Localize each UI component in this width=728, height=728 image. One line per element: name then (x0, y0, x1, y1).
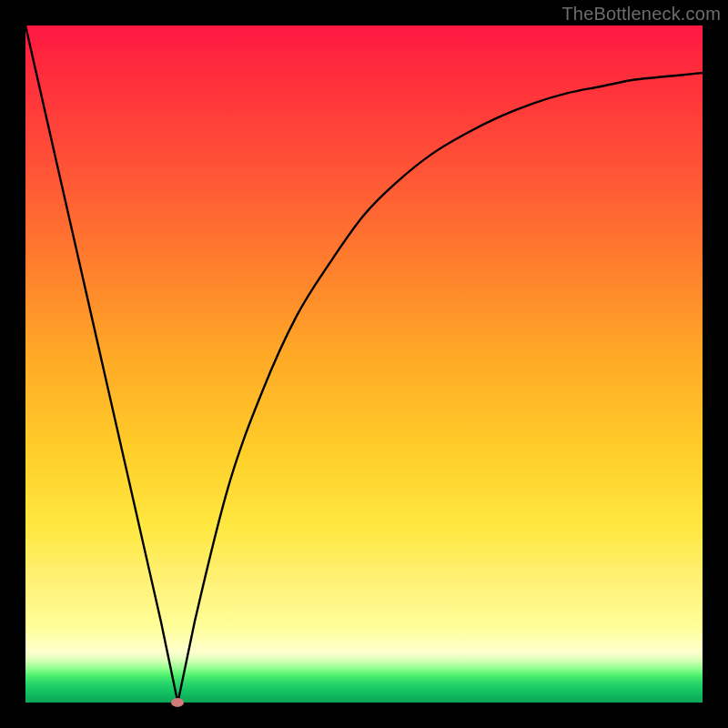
watermark-text: TheBottleneck.com (561, 4, 721, 25)
optimal-point-marker (171, 698, 184, 707)
bottleneck-curve (25, 25, 703, 703)
chart-frame: TheBottleneck.com (0, 0, 728, 728)
plot-area (25, 25, 703, 703)
